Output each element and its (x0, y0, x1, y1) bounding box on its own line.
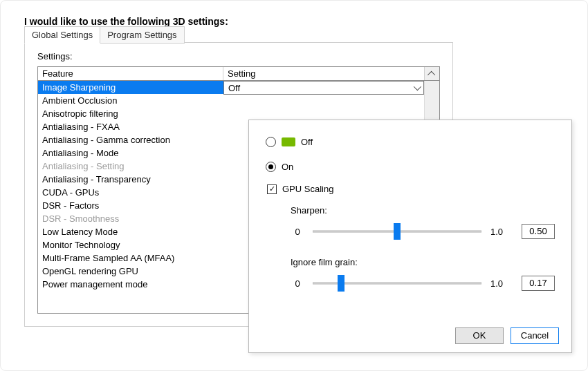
feature-cell: Monitor Technology (38, 238, 223, 251)
setting-cell (223, 107, 424, 120)
feature-cell: Antialiasing - FXAA (38, 120, 223, 133)
radio-on-label: On (282, 162, 293, 172)
settings-label: Settings: (37, 51, 73, 61)
feature-cell: Multi-Frame Sampled AA (MFAA) (38, 251, 223, 265)
sharpen-thumb[interactable] (394, 223, 401, 240)
sharpen-min: 0 (291, 227, 304, 237)
sharpen-max: 1.0 (490, 227, 504, 237)
column-header-feature[interactable]: Feature (38, 67, 223, 80)
feature-cell: Anisotropic filtering (38, 107, 223, 120)
column-header-setting[interactable]: Setting (223, 67, 424, 80)
page-title: I would like to use the following 3D set… (24, 16, 572, 27)
radio-off-label: Off (301, 137, 313, 147)
gpu-scaling-checkbox[interactable] (267, 184, 277, 194)
sharpen-value[interactable]: 0.50 (522, 224, 555, 239)
gpu-scaling-label: GPU Scaling (282, 184, 333, 194)
film-grain-block: Ignore film grain: 0 1.0 0.17 (291, 257, 555, 291)
radio-off[interactable] (266, 137, 276, 147)
setting-cell (223, 94, 424, 107)
film-grain-slider[interactable] (313, 278, 481, 289)
table-row[interactable]: Ambient Occlusion (38, 94, 424, 107)
radio-on-row[interactable]: On (266, 159, 555, 174)
chevron-down-icon (413, 83, 421, 91)
film-grain-min: 0 (291, 278, 304, 289)
film-grain-thumb[interactable] (338, 275, 344, 292)
film-grain-value[interactable]: 0.17 (522, 276, 555, 291)
ok-button[interactable]: OK (455, 327, 504, 344)
feature-cell: Antialiasing - Gamma correction (38, 133, 223, 146)
feature-cell: Antialiasing - Transparency (38, 173, 223, 186)
table-header: Feature Setting (38, 67, 439, 81)
tab-global-settings[interactable]: Global Settings (24, 26, 100, 44)
feature-cell: Antialiasing - Mode (38, 146, 223, 160)
feature-cell: DSR - Smoothness (38, 212, 223, 225)
scroll-up-button[interactable] (424, 67, 439, 80)
image-sharpening-popup: Off On GPU Scaling Sharpen: 0 1.0 0.50 I (248, 120, 572, 353)
tab-strip: Global Settings Program Settings (24, 26, 184, 44)
nvidia-icon (282, 137, 295, 146)
table-row[interactable]: Image SharpeningOff (38, 81, 424, 94)
radio-on[interactable] (266, 162, 276, 172)
feature-cell: Power management mode (38, 278, 223, 291)
feature-cell: DSR - Factors (38, 199, 223, 212)
feature-cell: OpenGL rendering GPU (38, 265, 223, 278)
setting-dropdown-button[interactable] (410, 82, 422, 93)
feature-cell: Antialiasing - Setting (38, 160, 223, 173)
feature-cell: Image Sharpening (38, 81, 223, 94)
cancel-button[interactable]: Cancel (511, 327, 559, 344)
sharpen-block: Sharpen: 0 1.0 0.50 (291, 205, 555, 239)
table-row[interactable]: Anisotropic filtering (38, 107, 424, 120)
radio-off-row[interactable]: Off (266, 134, 555, 149)
feature-cell: Ambient Occlusion (38, 94, 223, 107)
popup-button-bar: OK Cancel (455, 327, 559, 344)
setting-value: Off (228, 83, 240, 93)
tab-program-settings[interactable]: Program Settings (100, 26, 184, 44)
settings-panel: I would like to use the following 3D set… (0, 0, 588, 371)
sharpen-slider[interactable] (313, 226, 481, 237)
feature-cell: CUDA - GPUs (38, 186, 223, 199)
sharpen-label: Sharpen: (291, 205, 555, 216)
film-grain-label: Ignore film grain: (291, 257, 555, 267)
film-grain-max: 1.0 (490, 278, 504, 289)
gpu-scaling-row[interactable]: GPU Scaling (267, 184, 555, 194)
feature-cell: Low Latency Mode (38, 225, 223, 238)
chevron-up-icon (427, 70, 434, 78)
setting-cell[interactable]: Off (223, 81, 424, 95)
